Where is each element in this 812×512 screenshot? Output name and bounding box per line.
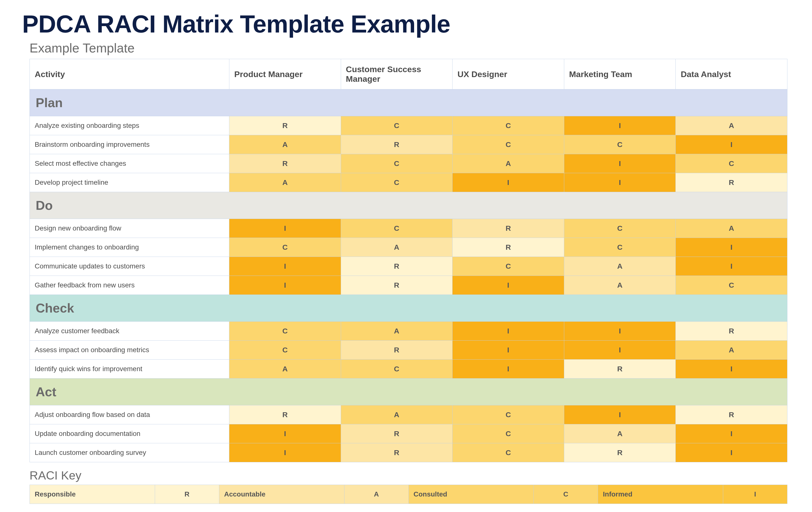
raci-cell: R bbox=[676, 405, 787, 424]
key-letter: I bbox=[723, 485, 787, 504]
raci-cell: C bbox=[453, 443, 564, 462]
raci-cell: C bbox=[229, 341, 341, 359]
key-letter: C bbox=[534, 485, 598, 504]
raci-cell: A bbox=[676, 116, 787, 135]
page-subtitle: Example Template bbox=[30, 41, 787, 55]
col-header-activity: Activity bbox=[30, 59, 229, 89]
table-row: Launch customer onboarding surveyIRCRI bbox=[30, 443, 787, 462]
raci-cell: R bbox=[341, 341, 453, 359]
section-act: Act bbox=[30, 379, 787, 405]
raci-cell: I bbox=[453, 341, 564, 359]
raci-cell: R bbox=[229, 116, 341, 135]
table-row: Identify quick wins for improvementACIRI bbox=[30, 359, 787, 379]
table-row: Design new onboarding flowICRCA bbox=[30, 219, 787, 238]
raci-cell: I bbox=[676, 135, 787, 154]
raci-cell: I bbox=[453, 359, 564, 379]
raci-cell: I bbox=[453, 173, 564, 192]
raci-cell: R bbox=[341, 424, 453, 443]
raci-cell: C bbox=[453, 116, 564, 135]
raci-cell: R bbox=[453, 238, 564, 257]
table-row: Assess impact on onboarding metricsCRIIA bbox=[30, 341, 787, 359]
activity-cell: Identify quick wins for improvement bbox=[30, 359, 229, 379]
key-letter: A bbox=[344, 485, 408, 504]
section-do: Do bbox=[30, 192, 787, 219]
table-row: Implement changes to onboardingCARCI bbox=[30, 238, 787, 257]
section-check: Check bbox=[30, 295, 787, 322]
raci-cell: I bbox=[564, 173, 676, 192]
raci-cell: R bbox=[229, 154, 341, 173]
table-row: Communicate updates to customersIRCAI bbox=[30, 257, 787, 276]
col-header-ux: UX Designer bbox=[453, 59, 564, 89]
activity-cell: Analyze existing onboarding steps bbox=[30, 116, 229, 135]
raci-cell: R bbox=[341, 135, 453, 154]
activity-cell: Design new onboarding flow bbox=[30, 219, 229, 238]
raci-cell: A bbox=[341, 322, 453, 341]
col-header-mkt: Marketing Team bbox=[564, 59, 676, 89]
key-label: Consulted bbox=[408, 485, 534, 504]
raci-cell: C bbox=[564, 238, 676, 257]
raci-cell: A bbox=[341, 405, 453, 424]
raci-cell: I bbox=[564, 341, 676, 359]
raci-cell: I bbox=[564, 154, 676, 173]
activity-cell: Communicate updates to customers bbox=[30, 257, 229, 276]
raci-key-table: ResponsibleRAccountableAConsultedCInform… bbox=[30, 485, 787, 504]
raci-cell: A bbox=[229, 135, 341, 154]
header-row: Activity Product Manager Customer Succes… bbox=[30, 59, 787, 89]
raci-cell: I bbox=[229, 219, 341, 238]
raci-cell: I bbox=[564, 116, 676, 135]
activity-cell: Brainstorm onboarding improvements bbox=[30, 135, 229, 154]
raci-cell: C bbox=[341, 219, 453, 238]
raci-cell: I bbox=[229, 424, 341, 443]
raci-cell: I bbox=[676, 424, 787, 443]
raci-cell: R bbox=[229, 405, 341, 424]
raci-cell: I bbox=[676, 238, 787, 257]
raci-cell: C bbox=[341, 154, 453, 173]
raci-cell: A bbox=[676, 341, 787, 359]
section-plan: Plan bbox=[30, 89, 787, 116]
raci-cell: A bbox=[676, 219, 787, 238]
table-row: Gather feedback from new usersIRIAC bbox=[30, 276, 787, 295]
raci-key-row: ResponsibleRAccountableAConsultedCInform… bbox=[30, 485, 787, 504]
key-letter: R bbox=[155, 485, 219, 504]
key-label: Accountable bbox=[219, 485, 344, 504]
raci-cell: C bbox=[341, 173, 453, 192]
key-label: Informed bbox=[598, 485, 723, 504]
raci-cell: A bbox=[229, 359, 341, 379]
raci-cell: R bbox=[341, 443, 453, 462]
raci-cell: R bbox=[341, 276, 453, 295]
key-label: Responsible bbox=[30, 485, 155, 504]
raci-cell: R bbox=[341, 257, 453, 276]
activity-cell: Launch customer onboarding survey bbox=[30, 443, 229, 462]
raci-cell: I bbox=[229, 257, 341, 276]
page-title: PDCA RACI Matrix Template Example bbox=[22, 10, 787, 38]
raci-cell: C bbox=[453, 135, 564, 154]
raci-cell: C bbox=[453, 405, 564, 424]
activity-cell: Adjust onboarding flow based on data bbox=[30, 405, 229, 424]
activity-cell: Select most effective changes bbox=[30, 154, 229, 173]
activity-cell: Develop project timeline bbox=[30, 173, 229, 192]
raci-cell: I bbox=[453, 322, 564, 341]
raci-cell: C bbox=[676, 276, 787, 295]
raci-cell: C bbox=[564, 219, 676, 238]
raci-cell: R bbox=[564, 359, 676, 379]
raci-matrix-table: Activity Product Manager Customer Succes… bbox=[30, 59, 787, 462]
table-row: Brainstorm onboarding improvementsARCCI bbox=[30, 135, 787, 154]
raci-cell: C bbox=[229, 322, 341, 341]
raci-cell: I bbox=[676, 443, 787, 462]
raci-cell: C bbox=[453, 257, 564, 276]
raci-cell: R bbox=[453, 219, 564, 238]
raci-cell: A bbox=[564, 424, 676, 443]
activity-cell: Gather feedback from new users bbox=[30, 276, 229, 295]
raci-cell: R bbox=[564, 443, 676, 462]
raci-cell: I bbox=[453, 276, 564, 295]
table-row: Develop project timelineACIIR bbox=[30, 173, 787, 192]
raci-cell: A bbox=[229, 173, 341, 192]
raci-cell: C bbox=[341, 359, 453, 379]
raci-cell: R bbox=[676, 173, 787, 192]
page: PDCA RACI Matrix Template Example Exampl… bbox=[0, 0, 812, 512]
activity-cell: Assess impact on onboarding metrics bbox=[30, 341, 229, 359]
table-row: Adjust onboarding flow based on dataRACI… bbox=[30, 405, 787, 424]
raci-cell: C bbox=[453, 424, 564, 443]
raci-cell: C bbox=[564, 135, 676, 154]
col-header-csm: Customer Success Manager bbox=[341, 59, 453, 89]
